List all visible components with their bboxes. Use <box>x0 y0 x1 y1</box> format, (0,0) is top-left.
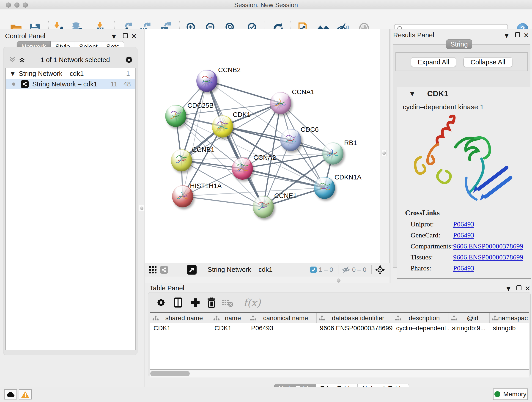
table-header-row: shared namenamecanonical namedatabase id… <box>150 313 529 323</box>
column-header[interactable]: description <box>393 313 449 323</box>
cloud-icon <box>6 391 15 398</box>
collapse-all-button[interactable]: Collapse All <box>463 57 512 67</box>
gene-section-header[interactable]: ▼ CDK1 <box>397 87 531 100</box>
crosslink-row: Pharos:P06493 <box>411 264 531 272</box>
crosslink-link[interactable]: 9606.ENSP00000378699 <box>453 253 523 261</box>
share-network-icon[interactable] <box>160 266 168 274</box>
column-header[interactable]: database identifier <box>317 313 393 323</box>
crosslink-link[interactable]: P06493 <box>453 220 474 228</box>
network-right-gutter <box>380 29 389 263</box>
expand-all-networks-icon[interactable] <box>18 56 26 63</box>
table-panel-title: Table Panel <box>150 284 184 292</box>
control-panel-title: Control Panel <box>5 32 45 40</box>
column-header[interactable]: name <box>211 313 248 323</box>
column-header[interactable]: shared name <box>150 313 211 323</box>
network-node-CCNB2[interactable] <box>196 70 217 92</box>
control-panel-collapse-icon[interactable]: ▼ <box>112 33 116 40</box>
window-title: Session: New Session <box>0 1 532 9</box>
column-header[interactable]: canonical name <box>248 313 317 323</box>
right-splitter-handle[interactable] <box>381 150 387 156</box>
results-panel-close-icon[interactable]: ✕ <box>523 32 529 39</box>
control-panel-close-icon[interactable]: ✕ <box>131 32 137 40</box>
gene-name: CDK1 <box>427 89 448 98</box>
collection-expand-icon[interactable]: ▼ <box>11 71 15 77</box>
delete-column-trash-icon[interactable] <box>205 296 218 309</box>
node-label-CCNA1: CCNA1 <box>292 88 314 96</box>
results-panel-collapse-icon[interactable]: ▼ <box>505 32 509 39</box>
birds-eye-view-grid-icon[interactable] <box>149 266 157 274</box>
open-external-link-icon[interactable] <box>187 265 196 274</box>
show-columns-icon[interactable] <box>172 296 184 309</box>
results-panel-float-icon[interactable] <box>515 32 520 37</box>
memory-button[interactable]: Memory <box>493 389 528 400</box>
network-options-gear-icon[interactable] <box>124 55 133 64</box>
results-panel-title: Results Panel <box>393 32 434 39</box>
network-node-CDK1[interactable] <box>212 115 233 138</box>
table-body: CDK1CDK1P064939606.ENSP00000378699cyclin… <box>150 323 529 333</box>
node-label-CCNA2: CCNA2 <box>253 154 276 161</box>
network-view-panel: CCNB2CCNA1CDC25BCDK1CDC6RB1CCNB1CCNA2CDK… <box>145 29 389 283</box>
network-row[interactable]: String Network – cdk1 11 48 <box>6 79 135 89</box>
network-collection-row[interactable]: ▼ String Network – cdk1 1 <box>6 68 135 79</box>
table-cell[interactable]: stringdb <box>490 323 529 333</box>
control-panel-float-icon[interactable] <box>123 33 128 38</box>
network-node-CCNA2[interactable] <box>232 157 253 180</box>
crosslink-row: Compartments:9606.ENSP00000378699 <box>411 242 531 250</box>
warnings-button[interactable] <box>19 389 32 400</box>
network-view-title: String Network – cdk1 <box>208 266 273 274</box>
table-cell[interactable]: cyclin–dependent ... <box>393 323 449 333</box>
crosslink-link[interactable]: P06493 <box>453 264 474 272</box>
network-view-toolbar: String Network – cdk1 1 – 0 0 – 0 <box>145 263 389 276</box>
table-panel-float-icon[interactable] <box>516 285 521 290</box>
table-cell[interactable]: P06493 <box>248 323 317 333</box>
collapse-all-networks-icon[interactable] <box>8 56 16 63</box>
memory-label: Memory <box>503 390 526 398</box>
selected-checkbox-icon[interactable] <box>310 266 317 273</box>
gene-collapse-icon[interactable]: ▼ <box>410 90 414 97</box>
crosslink-link[interactable]: P06493 <box>453 231 474 239</box>
network-node-RB1[interactable] <box>322 142 343 165</box>
fit-content-crosshair-icon[interactable] <box>375 264 385 275</box>
add-column-plus-icon[interactable] <box>189 296 202 309</box>
function-builder-icon: f(x) <box>239 296 265 309</box>
table-cell[interactable]: 9606.ENSP00000378699 <box>317 323 393 333</box>
string-results-container: Expand All Collapse All ▼ CDK1 cyclin–de… <box>393 44 530 268</box>
table-cell[interactable]: stringdb:9... <box>449 323 490 333</box>
network-node-CDC6[interactable] <box>280 129 301 151</box>
hidden-elements-eye-icon[interactable] <box>342 266 350 274</box>
node-label-CDC6: CDC6 <box>301 126 319 133</box>
network-node-CDKN1A[interactable] <box>314 177 335 199</box>
network-node-CCNB1[interactable] <box>171 149 192 172</box>
expand-collapse-box: Expand All Collapse All <box>395 52 528 71</box>
main-toolbar: ? <box>0 9 532 29</box>
crosslinks-title: CrossLinks <box>405 209 531 217</box>
tab-string[interactable]: String <box>446 39 472 49</box>
cloud-status-button[interactable] <box>4 389 17 400</box>
crosslink-label: Tissues: <box>411 253 453 261</box>
column-header[interactable]: namespac <box>490 313 529 323</box>
expand-all-button[interactable]: Expand All <box>411 57 456 67</box>
horizontal-splitter-dot[interactable] <box>337 279 341 283</box>
table-panel-collapse-icon[interactable]: ▼ <box>506 285 510 292</box>
table-panel-close-icon[interactable]: ✕ <box>525 284 530 293</box>
horizontal-scrollbar-thumb[interactable] <box>150 371 190 376</box>
table-cell[interactable]: CDK1 <box>150 323 211 333</box>
gene-section: ▼ CDK1 cyclin–dependent kinase 1 CrossLi… <box>397 87 531 279</box>
delete-table-icon <box>221 296 234 309</box>
table-options-gear-icon[interactable] <box>155 296 167 309</box>
column-header[interactable]: @id <box>449 313 490 323</box>
network-type-icon <box>21 80 29 88</box>
crosslink-row: GeneCard:P06493 <box>411 231 531 239</box>
network-canvas[interactable]: CCNB2CCNA1CDC25BCDK1CDC6RB1CCNB1CCNA2CDK… <box>145 29 380 263</box>
network-node-CDC25B[interactable] <box>165 105 186 127</box>
table-horizontal-scrollbar[interactable] <box>150 370 529 377</box>
network-node-CCNE1[interactable] <box>253 196 274 218</box>
table-row[interactable]: CDK1CDK1P064939606.ENSP00000378699cyclin… <box>150 323 529 333</box>
network-node-CCNA1[interactable] <box>270 92 291 114</box>
table-cell[interactable]: CDK1 <box>211 323 248 333</box>
node-label-CDC25B: CDC25B <box>187 102 214 109</box>
protein-structure-image <box>407 113 521 202</box>
crosslink-link[interactable]: 9606.ENSP00000378699 <box>453 242 523 250</box>
left-splitter-handle[interactable] <box>139 205 144 211</box>
node-label-CCNE1: CCNE1 <box>274 192 297 200</box>
